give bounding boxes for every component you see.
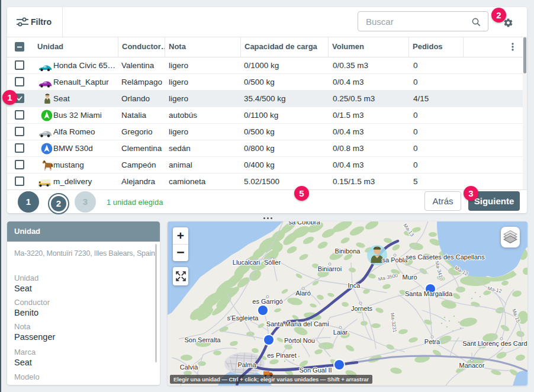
svg-text:Inca: Inca [348,282,361,289]
svg-text:ses Casetes des Capellans: ses Casetes des Capellans [406,253,485,261]
svg-text:Petra: Petra [424,338,440,345]
svg-text:Manacor: Manacor [459,362,485,369]
svg-text:es Garrigó: es Garrigó [252,298,282,305]
svg-text:sa Colobra: sa Colobra [288,221,320,226]
svg-text:Santa Maria del Camí: Santa Maria del Camí [266,320,329,327]
svg-text:Palma: Palma [237,361,256,368]
svg-text:Son Serralta: Son Serralta [184,336,221,343]
svg-text:sa Pobla: sa Pobla [382,256,408,264]
svg-text:Sóller: Sóller [264,259,281,266]
svg-text:Binibona: Binibona [335,248,361,255]
svg-text:s'Esgleieta: s'Esgleieta [227,314,259,322]
svg-text:Sant Llorenç des Carda: Sant Llorenç des Carda [462,340,527,347]
svg-text:Son Gual II: Son Gual II [299,367,332,374]
svg-text:Calvià: Calvià [180,364,198,371]
svg-text:Pòrtol Nou: Pòrtol Nou [284,337,315,344]
svg-text:Santa Margalida: Santa Margalida [405,290,453,297]
svg-text:Llucalcari: Llucalcari [233,259,260,266]
svg-text:Biniarroi: Biniarroi [318,265,342,272]
svg-text:Muro: Muro [402,274,417,281]
svg-text:Jornets: Jornets [351,305,373,312]
svg-text:es Pinaret: es Pinaret [267,352,297,359]
svg-text:Alaró: Alaró [295,290,311,297]
svg-text:Laiar: Laiar [333,329,348,336]
